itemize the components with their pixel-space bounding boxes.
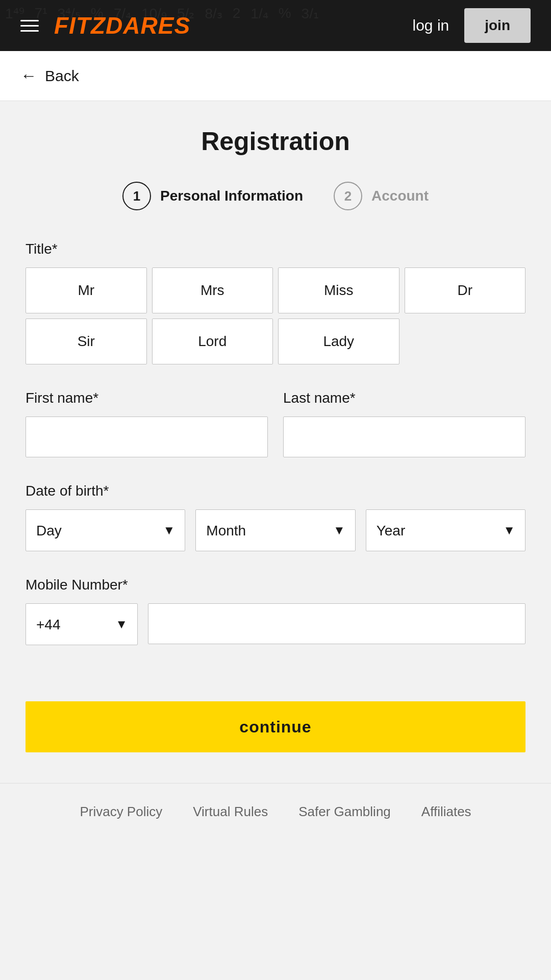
step-1: 1 Personal Information bbox=[122, 182, 303, 210]
mobile-section: Mobile Number* +44 ▼ bbox=[26, 577, 525, 645]
dob-row: Day ▼ Month ▼ Year ▼ bbox=[26, 509, 525, 551]
logo: FITZDARES bbox=[54, 12, 190, 39]
title-lord[interactable]: Lord bbox=[152, 318, 273, 364]
country-code-select[interactable]: +44 bbox=[26, 603, 138, 645]
name-fields: First name* Last name* bbox=[26, 390, 525, 457]
step-1-circle: 1 bbox=[122, 182, 151, 210]
footer: Privacy Policy Virtual Rules Safer Gambl… bbox=[0, 783, 551, 845]
first-name-group: First name* bbox=[26, 390, 268, 457]
step-2-circle: 2 bbox=[334, 182, 362, 210]
mobile-row: +44 ▼ bbox=[26, 603, 525, 645]
header-right: log in join bbox=[413, 8, 531, 43]
first-name-label: First name* bbox=[26, 390, 268, 406]
main-content: Registration 1 Personal Information 2 Ac… bbox=[0, 101, 551, 783]
dob-label: Date of birth* bbox=[26, 483, 525, 499]
footer-privacy-policy[interactable]: Privacy Policy bbox=[80, 804, 162, 820]
dob-month-wrapper: Month ▼ bbox=[195, 509, 355, 551]
footer-safer-gambling[interactable]: Safer Gambling bbox=[298, 804, 391, 820]
last-name-label: Last name* bbox=[283, 390, 525, 406]
header: 1⁴⁹7¹3⁴/₅%7/₄10/₉ 5/₂8/₃21/₄%3/₁ FITZDAR… bbox=[0, 0, 551, 51]
registration-steps: 1 Personal Information 2 Account bbox=[26, 182, 525, 210]
title-mr[interactable]: Mr bbox=[26, 267, 147, 313]
page-title: Registration bbox=[26, 127, 525, 156]
hamburger-menu[interactable] bbox=[20, 20, 39, 32]
title-miss[interactable]: Miss bbox=[278, 267, 399, 313]
dob-day-wrapper: Day ▼ bbox=[26, 509, 185, 551]
title-options-row1: Mr Mrs Miss Dr bbox=[26, 267, 525, 313]
back-label: Back bbox=[45, 67, 79, 85]
mobile-label: Mobile Number* bbox=[26, 577, 525, 593]
header-left: FITZDARES bbox=[20, 12, 190, 39]
continue-button[interactable]: continue bbox=[26, 701, 525, 752]
footer-virtual-rules[interactable]: Virtual Rules bbox=[193, 804, 268, 820]
title-dr[interactable]: Dr bbox=[405, 267, 526, 313]
join-button[interactable]: join bbox=[464, 8, 531, 43]
dob-month-select[interactable]: Month bbox=[195, 509, 355, 551]
first-name-input[interactable] bbox=[26, 416, 268, 457]
title-empty bbox=[405, 318, 526, 364]
country-code-wrapper: +44 ▼ bbox=[26, 603, 138, 645]
title-options-row2: Sir Lord Lady bbox=[26, 318, 525, 364]
dob-year-select[interactable]: Year bbox=[366, 509, 525, 551]
title-sir[interactable]: Sir bbox=[26, 318, 147, 364]
title-field-label: Title* bbox=[26, 241, 525, 257]
title-mrs[interactable]: Mrs bbox=[152, 267, 273, 313]
mobile-number-input[interactable] bbox=[148, 603, 525, 644]
step-2-label: Account bbox=[371, 188, 429, 204]
back-navigation[interactable]: ← Back bbox=[0, 51, 551, 101]
title-lady[interactable]: Lady bbox=[278, 318, 399, 364]
last-name-group: Last name* bbox=[283, 390, 525, 457]
step-1-label: Personal Information bbox=[160, 188, 303, 204]
footer-affiliates[interactable]: Affiliates bbox=[421, 804, 471, 820]
step-2: 2 Account bbox=[334, 182, 429, 210]
dob-section: Date of birth* Day ▼ Month ▼ Year ▼ bbox=[26, 483, 525, 551]
dob-year-wrapper: Year ▼ bbox=[366, 509, 525, 551]
back-arrow-icon: ← bbox=[20, 66, 37, 85]
title-section: Title* Mr Mrs Miss Dr Sir Lord Lady bbox=[26, 241, 525, 364]
dob-day-select[interactable]: Day bbox=[26, 509, 185, 551]
login-button[interactable]: log in bbox=[413, 17, 449, 34]
last-name-input[interactable] bbox=[283, 416, 525, 457]
